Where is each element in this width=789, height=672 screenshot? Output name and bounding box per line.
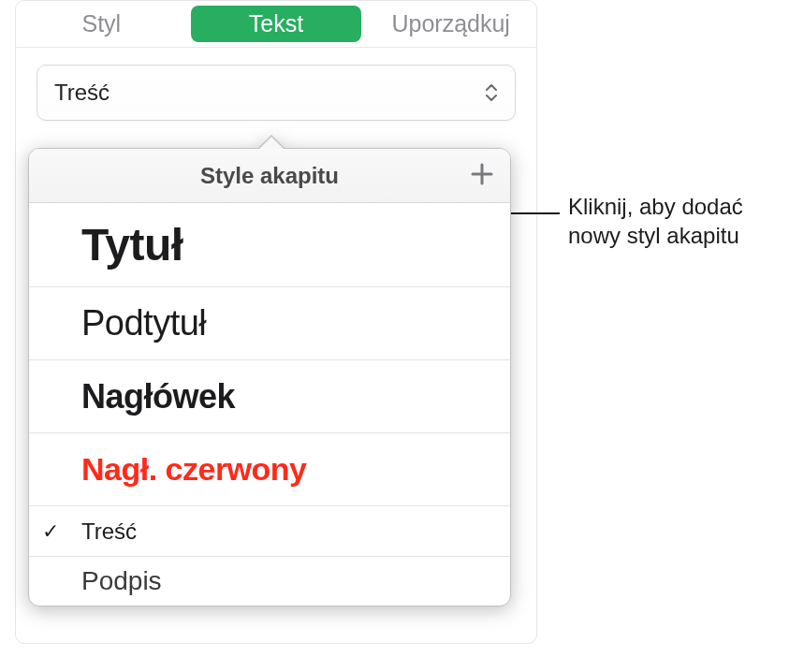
paragraph-style-item-label: Podpis xyxy=(81,566,162,596)
paragraph-style-item[interactable]: Tytuł xyxy=(29,203,510,287)
popover-title: Style akapitu xyxy=(200,163,339,189)
paragraph-style-item-label: Treść xyxy=(81,519,137,545)
paragraph-styles-popover: Style akapitu TytułPodtytułNagłówekNagł.… xyxy=(28,148,511,606)
tab-style-label: Styl xyxy=(81,10,121,37)
tab-style[interactable]: Styl xyxy=(16,1,187,47)
popover-header: Style akapitu xyxy=(29,149,510,203)
tab-text[interactable]: Tekst xyxy=(191,6,362,42)
callout-line1: Kliknij, aby dodać xyxy=(568,194,743,219)
paragraph-style-item[interactable]: Podtytuł xyxy=(29,287,510,360)
tab-arrange-label: Uporządkuj xyxy=(391,10,509,37)
paragraph-style-item-label: Podtytuł xyxy=(81,303,206,343)
paragraph-style-item-label: Tytuł xyxy=(81,219,183,270)
plus-icon xyxy=(470,162,494,190)
paragraph-style-list: TytułPodtytułNagłówekNagł. czerwony✓Treś… xyxy=(29,203,510,606)
paragraph-style-item[interactable]: Nagł. czerwony xyxy=(29,433,510,506)
add-paragraph-style-button[interactable] xyxy=(467,161,497,191)
tab-arrange[interactable]: Uporządkuj xyxy=(365,1,536,47)
chevron-updown-icon xyxy=(485,84,498,101)
paragraph-style-item-label: Nagł. czerwony xyxy=(81,451,307,488)
tab-text-label: Tekst xyxy=(249,10,303,37)
paragraph-style-item[interactable]: Nagłówek xyxy=(29,360,510,433)
callout-line2: nowy styl akapitu xyxy=(568,223,739,248)
checkmark-icon: ✓ xyxy=(42,519,59,544)
callout-text: Kliknij, aby dodać nowy styl akapitu xyxy=(568,192,780,250)
paragraph-style-item[interactable]: Podpis xyxy=(29,557,510,606)
callout-leader-line xyxy=(504,212,560,214)
paragraph-style-dropdown-area: Treść xyxy=(16,48,536,147)
paragraph-style-selected-label: Treść xyxy=(54,80,110,106)
paragraph-style-item-label: Nagłówek xyxy=(81,377,235,416)
paragraph-style-item[interactable]: ✓Treść xyxy=(29,506,510,557)
inspector-tabs: Styl Tekst Uporządkuj xyxy=(16,1,536,48)
paragraph-style-dropdown[interactable]: Treść xyxy=(37,65,516,121)
